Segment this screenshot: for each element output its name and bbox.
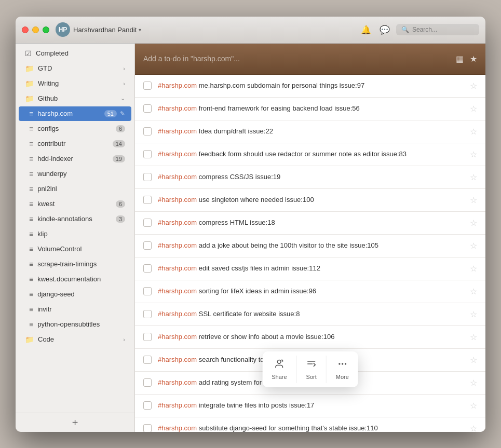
hashtag: #harshp.com xyxy=(158,333,197,341)
sidebar-item-label: harshp.com xyxy=(37,110,73,117)
sidebar-item-code[interactable]: 📁 Code › xyxy=(19,332,131,347)
todo-checkbox[interactable] xyxy=(143,150,152,158)
todo-checkbox[interactable] xyxy=(143,264,152,273)
sidebar-item-kindle-annotations[interactable]: ≡ kindle-annotations 3 xyxy=(19,212,131,226)
sidebar-item-invitr[interactable]: ≡ invitr xyxy=(19,302,131,317)
star-icon[interactable]: ☆ xyxy=(470,104,477,114)
calendar-icon[interactable]: ▦ xyxy=(456,54,464,64)
sidebar-item-wunderpy[interactable]: ≡ wunderpy xyxy=(19,167,131,181)
sidebar-item-configs[interactable]: ≡ configs 6 xyxy=(19,121,131,136)
todo-checkbox[interactable] xyxy=(143,82,152,90)
star-icon[interactable]: ★ xyxy=(470,54,477,64)
edit-icon[interactable]: ✎ xyxy=(120,110,125,117)
todo-item[interactable]: #harshp.com SSL certificate for website … xyxy=(135,303,485,326)
star-icon[interactable]: ☆ xyxy=(470,332,477,342)
search-icon: 🔍 xyxy=(401,26,409,33)
star-icon[interactable]: ☆ xyxy=(470,218,477,228)
todo-checkbox[interactable] xyxy=(143,401,152,410)
sidebar-item-completed[interactable]: ☑ Completed xyxy=(19,46,131,61)
sidebar-item-contributr[interactable]: ≡ contributr 14 xyxy=(19,137,131,151)
star-icon[interactable]: ☆ xyxy=(470,127,477,137)
todo-item[interactable]: #harshp.com front-end framework for easi… xyxy=(135,98,485,120)
todo-item[interactable]: #harshp.com compress CSS/JS issue:19 ☆ xyxy=(135,166,485,189)
todo-checkbox[interactable] xyxy=(143,378,152,387)
more-button[interactable]: More xyxy=(327,356,358,383)
todo-item[interactable]: #harshp.com use singleton where needed i… xyxy=(135,189,485,212)
minimize-button[interactable] xyxy=(32,26,39,33)
star-icon[interactable]: ☆ xyxy=(470,150,477,159)
todo-item[interactable]: #harshp.com substitute django-seed for s… xyxy=(135,417,485,432)
todo-checkbox[interactable] xyxy=(143,424,152,432)
sidebar-item-python-opensubtitles[interactable]: ≡ python-opensubtitles xyxy=(19,317,131,332)
list-icon: ≡ xyxy=(29,155,33,163)
star-icon[interactable]: ☆ xyxy=(470,401,477,411)
star-icon[interactable]: ☆ xyxy=(470,309,477,319)
sidebar-item-harshp-com[interactable]: ≡ harshp.com 51 ✎ xyxy=(19,106,131,121)
todo-item[interactable]: #harshp.com edit saved css/js files in a… xyxy=(135,257,485,280)
todo-item[interactable]: #harshp.com retrieve or show info about … xyxy=(135,326,485,349)
todo-checkbox[interactable] xyxy=(143,333,152,341)
list-icon: ≡ xyxy=(29,320,33,329)
todo-text: #harshp.com sorting for lifeX ideas in a… xyxy=(158,287,466,296)
star-icon[interactable]: ☆ xyxy=(470,172,477,182)
sidebar-item-label: Writing xyxy=(38,79,59,87)
list-icon: ≡ xyxy=(29,185,33,193)
star-icon[interactable]: ☆ xyxy=(470,355,477,365)
todo-checkbox[interactable] xyxy=(143,356,152,364)
sort-button[interactable]: Sort xyxy=(297,356,327,383)
todo-item[interactable]: #harshp.com integrate twine files into p… xyxy=(135,395,485,417)
sidebar-badge: 19 xyxy=(113,155,125,162)
sidebar-item-klip[interactable]: ≡ klip xyxy=(19,227,131,241)
star-icon[interactable]: ☆ xyxy=(470,195,477,205)
sidebar-item-kwest-documentation[interactable]: ≡ kwest.documentation xyxy=(19,272,131,287)
sidebar-item-scrape-train-timings[interactable]: ≡ scrape-train-timings xyxy=(19,257,131,271)
star-icon[interactable]: ☆ xyxy=(470,241,477,251)
todo-item[interactable]: #harshp.com me.harshp.com subdomain for … xyxy=(135,75,485,98)
star-icon[interactable]: ☆ xyxy=(470,424,477,432)
sidebar-item-github[interactable]: 📁 Github ⌄ xyxy=(19,91,131,106)
list-icon: ≡ xyxy=(29,110,33,118)
list-icon: ≡ xyxy=(29,290,33,298)
star-icon[interactable]: ☆ xyxy=(470,378,477,388)
add-todo-input[interactable] xyxy=(143,55,456,63)
search-bar[interactable]: 🔍 xyxy=(396,24,479,35)
sidebar-item-writing[interactable]: 📁 Writing › xyxy=(19,76,131,91)
todo-checkbox[interactable] xyxy=(143,173,152,181)
sidebar-item-kwest[interactable]: ≡ kwest 6 xyxy=(19,197,131,211)
todo-item[interactable]: #harshp.com sorting for lifeX ideas in a… xyxy=(135,280,485,303)
chevron-down-icon[interactable]: ▾ xyxy=(139,27,141,33)
sort-label: Sort xyxy=(306,374,317,380)
star-icon[interactable]: ☆ xyxy=(470,264,477,274)
todo-item[interactable]: #harshp.com add a joke about being the 1… xyxy=(135,235,485,257)
content-header: ▦ ★ xyxy=(135,44,485,75)
share-button[interactable]: Share xyxy=(262,356,296,383)
sidebar-item-django-seed[interactable]: ≡ django-seed xyxy=(19,287,131,302)
sidebar-item-pnl2lnl[interactable]: ≡ pnl2lnl xyxy=(19,182,131,196)
search-input[interactable] xyxy=(412,26,475,33)
list-icon: ≡ xyxy=(29,245,33,253)
star-icon[interactable]: ☆ xyxy=(470,81,477,91)
sidebar-item-volumecontrol[interactable]: ≡ VolumeControl xyxy=(19,242,131,256)
todo-checkbox[interactable] xyxy=(143,127,152,135)
add-list-button[interactable]: + xyxy=(72,417,78,428)
sidebar-item-hdd-indexer[interactable]: ≡ hdd-indexer 19 xyxy=(19,152,131,166)
todo-item[interactable]: #harshp.com compress HTML issue:18 ☆ xyxy=(135,212,485,235)
hashtag: #harshp.com xyxy=(158,356,197,363)
close-button[interactable] xyxy=(22,26,29,33)
todo-item[interactable]: #harshp.com feedback form should use red… xyxy=(135,143,485,166)
todo-checkbox[interactable] xyxy=(143,196,152,204)
sidebar-badge: 3 xyxy=(116,215,125,223)
sidebar-item-gtd[interactable]: 📁 GTD › xyxy=(19,61,131,76)
todo-checkbox[interactable] xyxy=(143,310,152,318)
chat-icon[interactable]: 💬 xyxy=(380,25,390,35)
todo-checkbox[interactable] xyxy=(143,287,152,295)
list-icon: ≡ xyxy=(29,230,33,238)
todo-checkbox[interactable] xyxy=(143,219,152,227)
todo-checkbox[interactable] xyxy=(143,241,152,250)
notification-icon[interactable]: 🔔 xyxy=(361,25,371,35)
folder-icon: 📁 xyxy=(25,79,34,88)
todo-item[interactable]: #harshp.com Idea dump/draft issue:22 ☆ xyxy=(135,120,485,143)
todo-checkbox[interactable] xyxy=(143,104,152,113)
maximize-button[interactable] xyxy=(43,26,49,33)
star-icon[interactable]: ☆ xyxy=(470,287,477,296)
